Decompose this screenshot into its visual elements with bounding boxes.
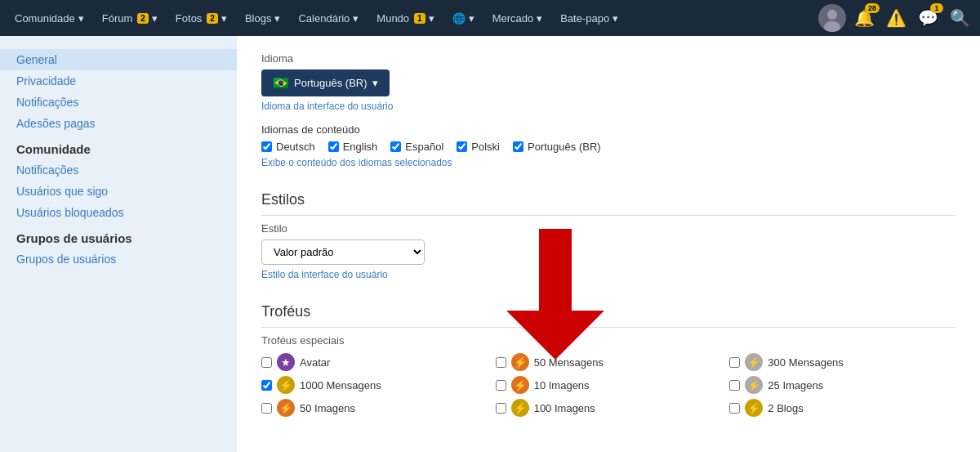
topnav-icons: 🔔 28 ⚠️ 💬 1 🔍 <box>818 4 973 32</box>
nav-bate-papo[interactable]: Bate-papo ▾ <box>552 0 626 36</box>
nav-bate-papo-chevron: ▾ <box>612 12 618 25</box>
trofeu-10img-icon: ⚡ <box>511 376 529 394</box>
nav-forum-badge: 2 <box>137 13 149 24</box>
nav-mercado-chevron: ▾ <box>537 12 542 25</box>
lang-portugues-checkbox[interactable] <box>513 141 523 152</box>
trofeu-avatar-label: Avatar <box>300 356 330 369</box>
nav-fotos-chevron: ▾ <box>221 12 227 25</box>
nav-comunidade[interactable]: Comunidade ▾ <box>7 0 92 36</box>
top-navigation: Comunidade ▾ Fórum 2 ▾ Fotos 2 ▾ Blogs ▾… <box>0 0 980 36</box>
globe-icon: 🌐 <box>452 12 466 25</box>
nav-comunidade-label: Comunidade <box>15 12 75 25</box>
nav-mundo[interactable]: Mundo 1 ▾ <box>368 0 442 36</box>
sidebar-item-usuarios-sigo[interactable]: Usuários que sigo <box>0 181 237 202</box>
trofeu-2blogs-checkbox[interactable] <box>729 403 740 414</box>
nav-fotos-label: Fotos <box>176 12 203 25</box>
trofeu-50img-icon: ⚡ <box>277 399 295 417</box>
lang-portugues[interactable]: Português (BR) <box>513 141 601 153</box>
trofeu-300msg[interactable]: ⚡ 300 Mensagens <box>729 353 956 371</box>
trofeu-100img-icon: ⚡ <box>511 399 529 417</box>
trofeu-300msg-checkbox[interactable] <box>729 357 740 368</box>
sidebar-item-privacidade[interactable]: Privacidade <box>0 70 237 92</box>
nav-mundo-label: Mundo <box>376 12 409 25</box>
idioma-section: Idioma 🇧🇷 Português (BR) ▾ Idioma da int… <box>261 52 956 168</box>
sidebar-item-notificacoes-general[interactable]: Notificações <box>0 92 237 113</box>
search-button[interactable]: 🔍 <box>947 5 973 31</box>
trofeu-50img-checkbox[interactable] <box>261 403 272 414</box>
lang-espanol-label: Español <box>405 141 443 153</box>
user-avatar[interactable] <box>818 4 846 32</box>
sidebar-item-usuarios-bloqueados[interactable]: Usuários bloqueados <box>0 202 237 223</box>
trofeu-50msg-checkbox[interactable] <box>496 357 506 368</box>
trofeu-50msg-label: 50 Mensagens <box>534 356 604 369</box>
sidebar-item-grupos[interactable]: Grupos de usuários <box>0 248 237 270</box>
lang-espanol[interactable]: Español <box>390 141 443 153</box>
lang-polski[interactable]: Polski <box>457 141 500 153</box>
content-langs-hint: Exibe o conteúdo dos idiomas selecionado… <box>261 157 956 168</box>
trofeus-especiais-label: Troféus especiais <box>261 334 956 347</box>
sidebar: General Privacidade Notificações Adesões… <box>0 36 237 452</box>
trofeu-1000msg-checkbox[interactable] <box>261 380 272 391</box>
trofeu-avatar-checkbox[interactable] <box>261 357 272 368</box>
trofeu-avatar[interactable]: ★ Avatar <box>261 353 488 371</box>
sidebar-item-notificacoes-comunidade[interactable]: Notificações <box>0 159 237 181</box>
warning-button[interactable]: ⚠️ <box>883 5 910 31</box>
trofeu-100img[interactable]: ⚡ 100 Imagens <box>496 399 722 417</box>
estilos-title: Estilos <box>261 191 956 216</box>
trofeu-300msg-label: 300 Mensagens <box>768 356 844 369</box>
trofeu-2blogs[interactable]: ⚡ 2 Blogs <box>729 399 956 417</box>
nav-globe[interactable]: 🌐 ▾ <box>444 0 483 36</box>
trofeu-25img[interactable]: ⚡ 25 Imagens <box>729 376 956 394</box>
idioma-label: Idioma <box>261 52 956 65</box>
lang-polski-label: Polski <box>471 141 500 153</box>
notifications-button[interactable]: 🔔 28 <box>851 5 878 31</box>
sidebar-item-general[interactable]: General <box>0 49 237 70</box>
trofeu-10img-label: 10 Imagens <box>534 379 590 392</box>
nav-forum[interactable]: Fórum 2 ▾ <box>94 0 166 36</box>
estilo-label: Estilo <box>261 222 956 235</box>
trofeu-avatar-icon: ★ <box>277 353 295 371</box>
trofeu-50img-label: 50 Imagens <box>300 402 355 414</box>
lang-english-checkbox[interactable] <box>328 141 339 152</box>
language-button[interactable]: 🇧🇷 Português (BR) ▾ <box>261 69 390 96</box>
lang-polski-checkbox[interactable] <box>457 141 467 152</box>
nav-calendario[interactable]: Calendário ▾ <box>290 0 367 36</box>
nav-mercado-label: Mercado <box>492 12 534 25</box>
messages-button[interactable]: 💬 1 <box>915 5 942 31</box>
nav-fotos[interactable]: Fotos 2 ▾ <box>167 0 235 36</box>
nav-blogs-chevron: ▾ <box>274 12 280 25</box>
trofeu-10img[interactable]: ⚡ 10 Imagens <box>496 376 722 394</box>
trofeu-50msg[interactable]: ⚡ 50 Mensagens <box>496 353 722 371</box>
trofeu-50img[interactable]: ⚡ 50 Imagens <box>261 399 488 417</box>
trofeu-100img-checkbox[interactable] <box>496 403 506 414</box>
trofeu-1000msg-label: 1000 Mensagens <box>300 379 381 392</box>
nav-calendario-chevron: ▾ <box>353 12 359 25</box>
sidebar-comunidade-title: Comunidade <box>0 134 237 159</box>
sidebar-item-adesoes[interactable]: Adesões pagas <box>0 113 237 134</box>
nav-globe-chevron: ▾ <box>469 12 474 25</box>
lang-espanol-checkbox[interactable] <box>390 141 401 152</box>
trofeu-300msg-icon: ⚡ <box>745 353 763 371</box>
trofeu-2blogs-label: 2 Blogs <box>768 402 803 414</box>
sidebar-grupos-title: Grupos de usuários <box>0 223 237 248</box>
language-button-label: Português (BR) <box>294 77 368 89</box>
trofeu-100img-label: 100 Imagens <box>534 402 595 414</box>
trofeu-25img-checkbox[interactable] <box>729 380 740 391</box>
trofeu-10img-checkbox[interactable] <box>496 380 506 391</box>
trofeu-50msg-icon: ⚡ <box>511 353 529 371</box>
estilo-select[interactable]: Valor padrão <box>261 239 425 265</box>
lang-english[interactable]: English <box>328 141 378 153</box>
messages-badge: 1 <box>930 3 943 13</box>
nav-mundo-badge: 1 <box>414 13 425 24</box>
nav-blogs-label: Blogs <box>245 12 272 25</box>
estilo-select-wrap: Valor padrão <box>261 239 956 265</box>
nav-mercado[interactable]: Mercado ▾ <box>484 0 551 36</box>
trofeu-25img-label: 25 Imagens <box>768 379 823 392</box>
trofeu-1000msg[interactable]: ⚡ 1000 Mensagens <box>261 376 488 394</box>
nav-fotos-badge: 2 <box>207 13 218 24</box>
language-dropdown-icon: ▾ <box>372 77 378 89</box>
lang-deutsch[interactable]: Deutsch <box>261 141 315 153</box>
lang-deutsch-checkbox[interactable] <box>261 141 272 152</box>
trofeu-1000msg-icon: ⚡ <box>277 376 295 394</box>
nav-blogs[interactable]: Blogs ▾ <box>237 0 289 36</box>
